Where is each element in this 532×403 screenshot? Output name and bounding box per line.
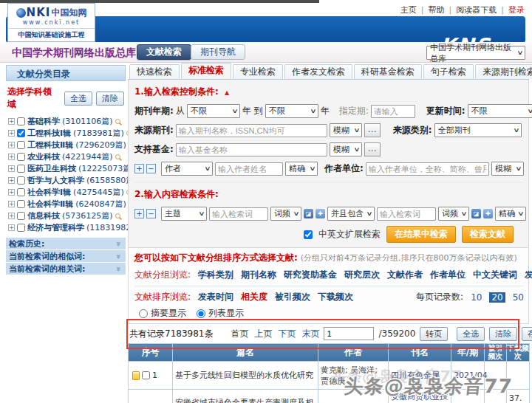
row-checkbox[interactable] <box>142 371 150 379</box>
clear-button[interactable]: 清除 <box>96 92 124 106</box>
search-button[interactable]: 检索文献 <box>462 226 514 243</box>
logic-operator-select[interactable]: 并且包含∨ <box>327 207 375 221</box>
save-results-button[interactable]: 存盘 <box>522 327 532 341</box>
category-checkbox[interactable] <box>17 141 25 149</box>
word-frequency-select-2[interactable]: 词频∨ <box>438 207 469 221</box>
expand-term-icon[interactable]: ◪ <box>471 209 481 218</box>
last-page-link[interactable]: 末页 <box>301 328 319 340</box>
year-to-select[interactable]: 不限∨ <box>265 104 318 118</box>
tab-professional-search[interactable]: 专业检索 <box>233 64 283 79</box>
per-page-50[interactable]: 50 <box>513 292 524 303</box>
magnifier-icon[interactable] <box>115 213 120 218</box>
tab-source-journal-search[interactable]: 来源期刊检索 <box>475 64 532 79</box>
topic-field-select[interactable]: 主题∨ <box>161 207 207 221</box>
expand-term-icon[interactable]: ◪ <box>304 209 313 218</box>
panel-similar-terms[interactable]: 当前检索词的相似词: » <box>6 250 126 263</box>
paper-title-link[interactable]: 基于多元线性回归模型的水质优化研究 <box>173 362 318 390</box>
paper-journal[interactable]: 四川有色金属 <box>389 362 451 390</box>
author-field-select[interactable]: 作者∨ <box>161 162 213 176</box>
add-row-icon[interactable]: + <box>134 164 144 173</box>
home-link[interactable]: 主页 <box>400 4 417 16</box>
category-label[interactable]: 农业科技 <box>27 151 60 162</box>
group-by-author[interactable]: 文献作者 <box>387 269 423 281</box>
unit-match-select[interactable]: 模糊∨ <box>491 162 524 176</box>
category-checkbox[interactable] <box>17 153 25 161</box>
source-match-select[interactable]: 模糊∨ <box>330 123 362 137</box>
category-label[interactable]: 工程科技Ⅱ辑 <box>27 140 73 151</box>
goto-page-button[interactable]: 转页 <box>420 327 448 341</box>
group-by-fund[interactable]: 研究资助基金 <box>284 269 337 281</box>
tab-journal-navigation[interactable]: 期刊导航 <box>191 44 245 60</box>
year-from-select[interactable]: 不限∨ <box>187 104 240 118</box>
category-label[interactable]: 经济与管理科学 <box>27 222 84 233</box>
database-select[interactable]: 中国学术期刊网络出版总库 ∨ <box>426 46 525 60</box>
per-page-10[interactable]: 10 <box>471 292 482 303</box>
magnifier-icon[interactable] <box>115 119 120 124</box>
remove-row-icon[interactable]: − <box>146 164 156 173</box>
category-checkbox[interactable] <box>17 117 25 125</box>
select-all-results-button[interactable]: 全选 <box>457 327 485 341</box>
word-frequency-select-1[interactable]: 词频∨ <box>270 207 301 221</box>
group-by-institution[interactable]: 作者单位 <box>430 269 466 281</box>
group-by-keyword[interactable]: 中文关键词 <box>473 269 517 281</box>
issue-input[interactable] <box>371 105 415 118</box>
author-unit-input[interactable] <box>366 162 489 176</box>
tree-expand-icon[interactable]: + <box>8 224 15 231</box>
category-checkbox[interactable] <box>17 212 25 220</box>
tab-quick-search[interactable]: 快速检索 <box>129 64 180 79</box>
list-mode-radio[interactable] <box>197 309 205 318</box>
category-checkbox[interactable] <box>17 224 25 232</box>
search-term-input-1[interactable] <box>209 207 268 221</box>
sort-by-downloads[interactable]: 下载频次 <box>318 291 353 303</box>
source-journal-input[interactable] <box>176 124 327 137</box>
group-by-level[interactable]: 研究层次 <box>344 269 380 281</box>
fund-input[interactable] <box>176 143 327 156</box>
cnki-logo[interactable]: NKI 中国知网 www.cnki.net 中国知识基础设施工程 <box>7 3 95 42</box>
category-checkbox[interactable] <box>17 176 25 185</box>
fund-match-select[interactable]: 模糊∨ <box>330 142 362 156</box>
content-match-select[interactable]: 精确∨ <box>495 207 526 221</box>
sort-by-date[interactable]: 发表时间 <box>198 291 233 303</box>
cross-language-icon[interactable]: ✚ <box>316 209 325 218</box>
more-button[interactable]: … <box>364 142 381 156</box>
extend-search-checkbox[interactable] <box>304 230 313 239</box>
category-checkbox[interactable] <box>17 200 25 208</box>
author-name-input[interactable] <box>215 162 283 176</box>
select-all-button[interactable]: 全选 <box>64 92 92 106</box>
login-link[interactable]: 登录 <box>508 4 525 16</box>
tree-expand-icon[interactable]: + <box>8 189 15 196</box>
group-by-journal[interactable]: 期刊名称 <box>241 269 276 281</box>
category-label[interactable]: 信息科技 <box>27 210 60 221</box>
sort-by-cited[interactable]: 被引频次 <box>275 291 310 303</box>
category-label[interactable]: 工程科技Ⅰ辑 <box>27 128 71 139</box>
category-label[interactable]: 基础科学 <box>27 116 60 127</box>
next-page-link[interactable]: 下页 <box>278 328 296 340</box>
more-button[interactable]: … <box>364 123 381 137</box>
tree-expand-icon[interactable]: + <box>8 177 15 184</box>
category-checkbox[interactable] <box>17 188 25 196</box>
abstract-mode-option[interactable]: 摘要显示 <box>139 307 186 320</box>
tree-expand-icon[interactable]: + <box>8 130 15 137</box>
help-link[interactable]: 帮助 <box>429 4 445 16</box>
sort-by-relevance[interactable]: 相关度 <box>241 291 267 303</box>
category-checkbox[interactable] <box>17 129 25 137</box>
remove-row-icon[interactable]: − <box>146 209 156 218</box>
paper-authors[interactable]: 黄克勤; 吴海洋; 贾德庚 <box>318 362 389 390</box>
abstract-mode-radio[interactable] <box>139 309 148 318</box>
tab-literature-search[interactable]: 文献检索 <box>137 44 191 60</box>
paper-title-link[interactable]: 安徽省城市绿色全要素生产率测度及相关影响因素实证分析 <box>173 390 318 403</box>
tab-sentence-search[interactable]: 句子检索 <box>423 64 474 79</box>
reader-download-link[interactable]: 阅读器下载 <box>456 4 497 16</box>
paper-authors[interactable]: 汪超; 刘宝 <box>318 390 389 403</box>
panel-search-history[interactable]: 检索历史: » <box>6 238 126 250</box>
category-checkbox[interactable] <box>17 165 25 173</box>
source-category-select[interactable]: 全部期刊∨ <box>434 123 522 137</box>
magnifier-icon[interactable] <box>115 154 120 159</box>
category-label[interactable]: 医药卫生科技 <box>27 163 76 174</box>
tree-expand-icon[interactable]: + <box>8 213 15 219</box>
update-time-select[interactable]: 不限∨ <box>468 104 532 118</box>
category-label[interactable]: 社会科学Ⅱ辑 <box>27 199 73 210</box>
search-in-results-button[interactable]: 在结果中检索 <box>386 226 456 243</box>
tree-expand-icon[interactable]: + <box>8 154 15 160</box>
first-page-link[interactable]: 首页 <box>231 328 248 340</box>
